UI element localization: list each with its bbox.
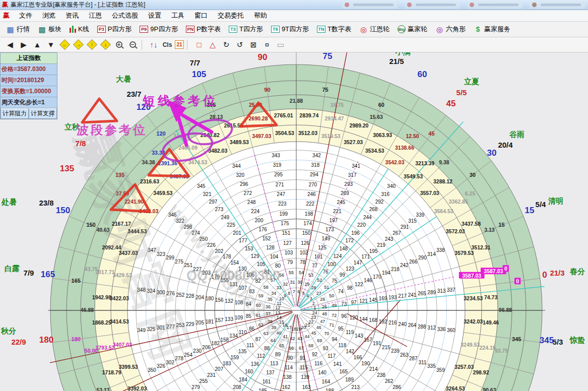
shrink-icon[interactable]: ¤: [261, 39, 273, 51]
toolbar-button-K线[interactable]: K线: [67, 24, 92, 35]
menu-item-7[interactable]: 窗口: [190, 10, 212, 21]
spiral-number: 220: [357, 222, 366, 228]
spiral-number: 123: [346, 266, 354, 272]
price-ring-outer-label: 2690.28: [249, 115, 268, 121]
spiral-number: 95: [338, 326, 344, 332]
toolbar-button-赢家服务[interactable]: $赢家服务: [471, 24, 513, 35]
spiral-number: 144: [359, 316, 368, 322]
spiral-number: 163: [302, 384, 311, 390]
solar-term-label: 惊蛰: [569, 336, 585, 344]
date-label: 5/3: [553, 338, 563, 346]
spiral-number: 246: [307, 191, 316, 197]
spiral-number: 58: [264, 285, 269, 290]
spiral-number: 138: [283, 374, 292, 380]
calendar-icon[interactable]: 21: [175, 40, 184, 49]
rotate-ccw-icon[interactable]: ↺: [234, 39, 246, 51]
solar-term-label: 清明: [548, 197, 563, 205]
rotate-cw-icon[interactable]: ↻: [220, 39, 232, 51]
solar-term-label: 立夏: [464, 77, 479, 86]
calc-support-button[interactable]: 计算支撑: [29, 108, 57, 119]
toolbar-button-9T四方形[interactable]: T99T四方形: [268, 24, 312, 35]
screen-icon[interactable]: ▭: [275, 39, 287, 51]
toolbar-label: 赢家服务: [484, 25, 510, 34]
toolbar-button-板块[interactable]: ▩板块: [35, 24, 64, 35]
toolbar-button-T数字表[interactable]: TNT数字表: [314, 24, 354, 35]
title-bar: 赢 赢家江恩专业版[赢家服务平台] - [上证指数 江恩轮]: [0, 0, 588, 10]
outer-degree-label: 90: [258, 52, 268, 62]
square-tool-icon[interactable]: □: [193, 39, 205, 51]
spiral-number: 222: [306, 201, 314, 207]
cls-button[interactable]: Cls: [161, 39, 173, 51]
solar-term-label: 春分: [569, 267, 585, 276]
toolbar-button-P四方形[interactable]: P3P四方形: [94, 24, 135, 35]
nav-right-icon[interactable]: ▶: [18, 39, 30, 51]
spiral-number: 319: [273, 162, 282, 168]
spiral-number: 204: [195, 295, 204, 300]
date-label: 5/4: [536, 200, 547, 209]
spiral-number: 113: [270, 361, 278, 366]
price-ring-inner-label: 3474.53: [188, 159, 207, 165]
toolbar-label: 行情: [17, 25, 30, 34]
menu-item-4[interactable]: 公式选股: [107, 10, 143, 21]
percent-ring-label: 96.88: [499, 307, 512, 313]
spiral-number: 121: [359, 298, 368, 304]
price-ring-inner-label: 3414.53: [110, 318, 129, 324]
pan-left-icon[interactable]: ←: [58, 39, 71, 51]
menu-item-9[interactable]: 帮助: [249, 10, 272, 21]
menu-item-0[interactable]: 文件: [15, 10, 37, 21]
spiral-number: 321: [203, 191, 212, 197]
gann-wheel-svg[interactable]: 1234567891011121314151617181920212223242…: [0, 0, 588, 391]
spiral-number: 205: [195, 320, 204, 325]
toolbar-button-江恩轮[interactable]: ◎江恩轮: [356, 24, 393, 35]
toolbar-button-9P四方形[interactable]: P99P四方形: [137, 24, 181, 35]
degree-ring-label: 75: [322, 87, 328, 93]
spiral-number: 100: [328, 262, 336, 267]
spiral-number: 335: [427, 363, 436, 369]
date-label: 23/7: [126, 90, 141, 98]
toolbar-button-P数字表[interactable]: PNP数字表: [183, 24, 224, 35]
赢家服务-icon: $: [474, 26, 482, 33]
price-ring-outer-label: 74.73: [484, 294, 497, 300]
menu-item-6[interactable]: 工具: [167, 10, 189, 21]
pan-down-icon[interactable]: ↓: [99, 39, 111, 51]
nav-down-icon[interactable]: ▼: [45, 39, 57, 51]
price-ring-outer-label: 3138.66: [395, 145, 414, 151]
price-ring-inner-label: 3242.03: [464, 318, 483, 324]
spiral-number: 248: [247, 200, 256, 205]
price-ring-inner-label: 3527.03: [344, 139, 363, 145]
spiral-number: 166: [354, 355, 362, 360]
zoom-in-icon[interactable]: +: [113, 39, 125, 51]
spiral-number: 238: [377, 372, 385, 378]
pan-up-icon[interactable]: ↑: [86, 39, 98, 51]
toolbar-button-行情[interactable]: ▦行情: [3, 24, 33, 35]
menu-item-5[interactable]: 设置: [144, 10, 166, 21]
calc-resistance-button[interactable]: 计算阻力: [1, 108, 29, 119]
spiral-number: 313: [437, 288, 446, 294]
updown-icon[interactable]: ↑↓: [148, 39, 160, 51]
nav-up-icon[interactable]: ▲: [31, 39, 43, 51]
spiral-number: 239: [391, 348, 400, 354]
toolbar-label: K线: [78, 25, 89, 34]
percent-ring-label: 53.13: [96, 387, 109, 391]
spiral-number: 169: [379, 296, 387, 301]
spiral-number: 213: [351, 384, 360, 390]
cross-box-icon[interactable]: ⊠: [247, 39, 259, 51]
toolbar-button-T四方形[interactable]: T3T四方形: [226, 24, 266, 35]
spiral-number: 49: [332, 303, 337, 308]
toolbar-button-六角形[interactable]: ◎六角形: [432, 24, 469, 35]
zoom-out-icon[interactable]: −: [126, 39, 139, 51]
spiral-number: 206: [202, 345, 211, 350]
spiral-number: 25: [322, 304, 327, 309]
price-ring-inner-label: 3257.03: [454, 364, 474, 370]
menu-item-3[interactable]: 江恩: [84, 10, 106, 21]
menu-item-2[interactable]: 资讯: [61, 10, 83, 21]
spiral-number: 164: [322, 379, 331, 384]
date-label: 7/9: [24, 269, 34, 277]
triangle-tool-icon[interactable]: △: [207, 39, 219, 51]
spiral-number: 9: [284, 293, 286, 298]
pan-right-icon[interactable]: →: [72, 39, 84, 51]
nav-left-icon[interactable]: ◀: [4, 39, 16, 51]
menu-item-1[interactable]: 浏览: [38, 10, 60, 21]
toolbar-button-赢家轮[interactable]: Big赢家轮: [395, 24, 430, 35]
menu-item-8[interactable]: 交易委托: [213, 10, 248, 21]
